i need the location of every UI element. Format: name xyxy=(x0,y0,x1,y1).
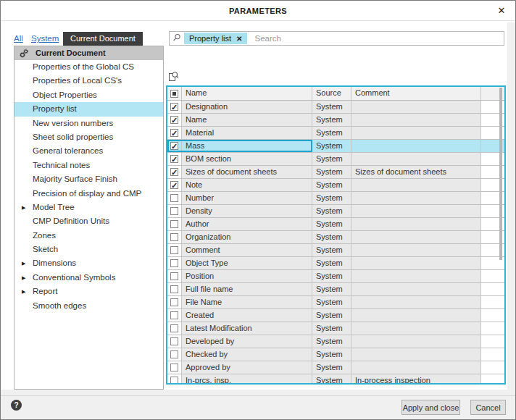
table-row[interactable]: Density System xyxy=(167,205,504,218)
row-comment[interactable] xyxy=(351,283,481,295)
row-checkbox[interactable] xyxy=(167,244,182,256)
sidebar-item[interactable]: ▶ Conventional Symbols xyxy=(14,271,163,285)
sidebar-item[interactable]: Zones xyxy=(14,229,163,243)
row-name[interactable]: Full file name xyxy=(182,283,312,295)
search-input[interactable]: Property list ✕ Search xyxy=(169,31,504,46)
expand-arrow-icon[interactable]: ▶ xyxy=(22,256,25,270)
row-comment[interactable] xyxy=(351,179,481,191)
row-source[interactable]: System xyxy=(312,361,351,374)
row-comment[interactable] xyxy=(351,322,481,335)
row-name[interactable]: Mass xyxy=(182,140,312,152)
row-name[interactable]: File Name xyxy=(182,296,312,308)
table-row[interactable]: Approved by System xyxy=(167,361,504,374)
row-name[interactable]: BOM section xyxy=(182,153,312,165)
table-row[interactable]: Developed by System xyxy=(167,335,504,348)
sidebar-item[interactable]: ▶ Model Tree xyxy=(14,201,163,214)
row-source[interactable]: System xyxy=(312,283,351,295)
sidebar-item[interactable]: CMP Definition Units xyxy=(14,214,163,228)
row-comment[interactable] xyxy=(351,140,481,152)
row-name[interactable]: Comment xyxy=(182,244,312,256)
column-header-source[interactable]: Source xyxy=(312,87,351,100)
table-row[interactable]: Latest Modification System xyxy=(167,322,504,335)
row-comment[interactable] xyxy=(351,127,481,139)
tab-system[interactable]: System xyxy=(31,34,59,43)
column-header-comment[interactable]: Comment xyxy=(351,87,481,100)
row-comment[interactable] xyxy=(351,114,481,126)
expand-arrow-icon[interactable]: ▶ xyxy=(22,201,25,214)
row-name[interactable]: Name xyxy=(182,114,312,126)
table-row[interactable]: File Name System xyxy=(167,296,504,309)
table-row[interactable]: Sizes of document sheets System Sizes of… xyxy=(167,166,504,179)
row-source[interactable]: System xyxy=(312,101,351,113)
row-source[interactable]: System xyxy=(312,205,351,217)
row-name[interactable]: Approved by xyxy=(182,361,312,374)
table-row[interactable]: Mass System xyxy=(167,140,504,153)
row-checkbox[interactable] xyxy=(167,153,182,165)
row-checkbox[interactable] xyxy=(167,179,182,191)
cancel-button[interactable]: Cancel xyxy=(470,400,506,415)
table-row[interactable]: Comment System xyxy=(167,244,504,257)
row-name[interactable]: Position xyxy=(182,270,312,282)
sidebar-item[interactable]: Precision of display and CMP xyxy=(14,187,163,201)
row-checkbox[interactable] xyxy=(167,322,182,335)
row-checkbox[interactable] xyxy=(167,166,182,178)
row-checkbox[interactable] xyxy=(167,348,182,361)
sidebar-item[interactable]: Technical notes xyxy=(14,159,163,172)
table-row[interactable]: Designation System xyxy=(167,101,504,114)
table-row[interactable]: Checked by System xyxy=(167,348,504,361)
row-checkbox[interactable] xyxy=(167,309,182,322)
row-name[interactable]: Developed by xyxy=(182,335,312,348)
row-name[interactable]: Sizes of document sheets xyxy=(182,166,312,178)
row-checkbox[interactable] xyxy=(167,335,182,348)
expand-arrow-icon[interactable]: ▶ xyxy=(22,271,25,285)
table-row[interactable]: Object Type System xyxy=(167,257,504,270)
table-row[interactable]: BOM section System xyxy=(167,153,504,166)
sidebar-item[interactable]: Properties of Local CS's xyxy=(14,74,163,88)
table-row[interactable]: Position System xyxy=(167,270,504,283)
row-name[interactable]: Material xyxy=(182,127,312,139)
tab-current-document[interactable]: Current Document xyxy=(63,32,143,46)
row-comment[interactable] xyxy=(351,257,481,269)
row-comment[interactable] xyxy=(351,270,481,282)
row-checkbox[interactable] xyxy=(167,296,182,308)
sidebar-item[interactable]: Properties of the Global CS xyxy=(14,60,163,74)
column-header-name[interactable]: Name xyxy=(182,87,312,100)
table-scrollbar-thumb[interactable] xyxy=(499,88,502,260)
row-source[interactable]: System xyxy=(312,374,351,385)
find-in-list-icon[interactable] xyxy=(168,71,179,82)
row-source[interactable]: System xyxy=(312,348,351,361)
row-source[interactable]: System xyxy=(312,244,351,256)
row-name[interactable]: Designation xyxy=(182,101,312,113)
row-comment[interactable] xyxy=(351,153,481,165)
table-row[interactable]: Full file name System xyxy=(167,283,504,296)
sidebar-item[interactable]: Object Properties xyxy=(14,88,163,102)
apply-and-close-button[interactable]: Apply and close xyxy=(401,400,460,415)
sidebar-item[interactable]: Sketch xyxy=(14,243,163,256)
row-comment[interactable] xyxy=(351,231,481,243)
row-name[interactable]: Note xyxy=(182,179,312,191)
row-name[interactable]: In-prcs. insp. xyxy=(182,374,312,385)
chip-remove-icon[interactable]: ✕ xyxy=(236,35,242,43)
sidebar-item[interactable]: Majority Surface Finish xyxy=(14,172,163,186)
row-checkbox[interactable] xyxy=(167,140,182,152)
row-comment[interactable] xyxy=(351,205,481,217)
row-source[interactable]: System xyxy=(312,322,351,335)
row-checkbox[interactable] xyxy=(167,114,182,126)
search-filter-chip[interactable]: Property list ✕ xyxy=(184,33,247,44)
table-row[interactable]: Author System xyxy=(167,218,504,231)
sidebar-item[interactable]: Smooth edges xyxy=(14,299,163,313)
row-checkbox[interactable] xyxy=(167,192,182,204)
row-checkbox[interactable] xyxy=(167,283,182,295)
expand-arrow-icon[interactable]: ▶ xyxy=(22,285,25,298)
row-source[interactable]: System xyxy=(312,179,351,191)
select-all-checkbox[interactable] xyxy=(167,87,182,100)
row-name[interactable]: Number xyxy=(182,192,312,204)
row-comment[interactable]: In-process inspection xyxy=(351,374,481,385)
row-comment[interactable] xyxy=(351,192,481,204)
row-checkbox[interactable] xyxy=(167,361,182,374)
row-checkbox[interactable] xyxy=(167,231,182,243)
table-row[interactable]: Name System xyxy=(167,114,504,127)
row-source[interactable]: System xyxy=(312,153,351,165)
row-comment[interactable] xyxy=(351,309,481,322)
sidebar-item[interactable]: Sheet solid properties xyxy=(14,130,163,144)
